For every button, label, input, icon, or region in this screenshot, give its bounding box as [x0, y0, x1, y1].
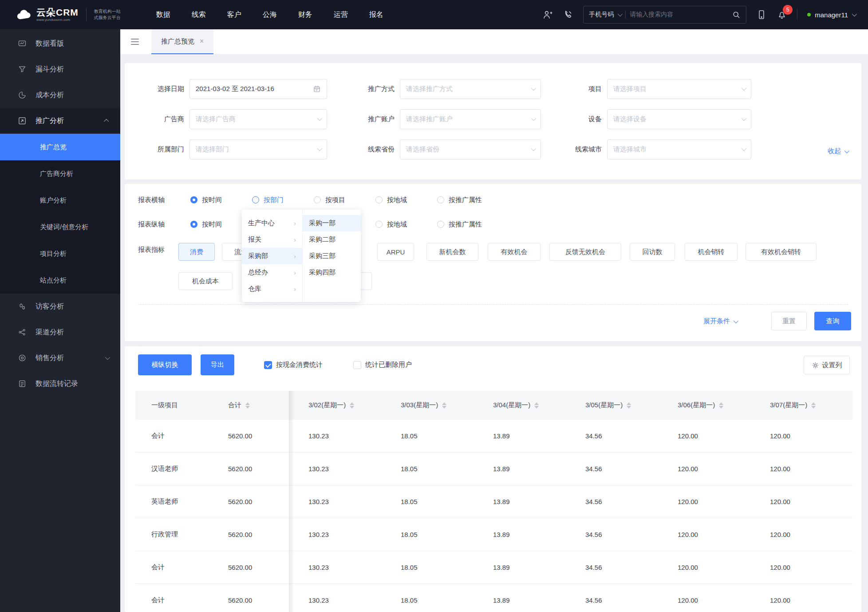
phone-call-icon[interactable] — [563, 9, 573, 20]
radio-icon[interactable] — [375, 221, 383, 228]
radio-icon[interactable] — [190, 221, 197, 228]
promo-account-select[interactable]: 请选择推广账户 — [400, 109, 541, 129]
menu-item-purchasing-3[interactable]: 采购三部 — [303, 248, 361, 264]
menu-item-purchasing-dept[interactable]: 采购部› — [242, 248, 302, 264]
metric-chip-valid-opportunities[interactable]: 有效机会 — [488, 243, 541, 261]
device-select[interactable]: 请选择设备 — [607, 109, 751, 129]
sidebar-item-channel-analysis[interactable]: 渠道分析 — [0, 319, 120, 345]
menu-item-data[interactable]: 数据 — [156, 10, 170, 20]
metric-chip-invalid-feedback[interactable]: 反馈无效机会 — [549, 243, 621, 261]
metric-chip-new-opportunities[interactable]: 新机会数 — [426, 243, 478, 261]
sidebar-item-keyword-analysis[interactable]: 关键词/创意分析 — [0, 214, 120, 240]
metric-chip-arpu[interactable]: ARPU — [377, 243, 414, 261]
search-category-caret-icon[interactable] — [618, 12, 623, 16]
h-axis-by-time[interactable]: 按时间 — [190, 196, 252, 204]
menu-item-customers[interactable]: 客户 — [227, 10, 241, 20]
close-tab-icon[interactable]: × — [200, 37, 204, 45]
sidebar-item-cost-analysis[interactable]: 成本分析 — [0, 82, 120, 108]
lead-city-select[interactable]: 请选择城市 — [607, 139, 751, 159]
column-header-date-6[interactable]: 3/07(星期一) — [750, 401, 852, 409]
global-search[interactable]: 手机号码 请输入搜索内容 — [583, 6, 746, 24]
v-axis-by-promo-attr[interactable]: 按推广属性 — [437, 220, 499, 229]
sidebar-group-sales-analysis[interactable]: 销售分析 — [0, 345, 120, 371]
column-header-date-2[interactable]: 3/03(星期一) — [381, 401, 473, 409]
sidebar-item-promotion-overview[interactable]: 推广总览 — [0, 134, 120, 160]
checkbox-unchecked-icon[interactable] — [353, 361, 361, 369]
menu-item-signup[interactable]: 报名 — [369, 10, 383, 20]
column-settings-button[interactable]: 设置列 — [804, 356, 850, 374]
menu-item-purchasing-4[interactable]: 采购四部 — [303, 264, 361, 281]
sidebar-item-account-analysis[interactable]: 账户分析 — [0, 187, 120, 214]
menu-item-leads[interactable]: 线索 — [192, 10, 206, 20]
menu-item-general-office[interactable]: 总经办› — [242, 264, 302, 281]
h-axis-by-region[interactable]: 按地域 — [375, 196, 437, 204]
notifications-bell[interactable]: 5 — [777, 9, 787, 20]
collapse-sidebar-icon[interactable] — [131, 39, 139, 45]
column-header-date-3[interactable]: 3/04(星期一) — [473, 401, 566, 409]
tab-promotion-overview[interactable]: 推广总预览 × — [151, 29, 213, 54]
collapse-filters-link[interactable]: 收起 — [828, 147, 848, 155]
metric-chip-valid-opportunity-conversion[interactable]: 有效机会销转 — [746, 243, 817, 261]
metric-chip-consume[interactable]: 消费 — [178, 243, 215, 261]
search-input[interactable]: 请输入搜索内容 — [630, 11, 728, 19]
export-button[interactable]: 导出 — [201, 354, 234, 375]
date-range-picker[interactable]: 2021-03-02 至 2021-03-16 — [189, 79, 327, 99]
radio-icon[interactable] — [314, 196, 321, 203]
sidebar-item-site-analysis[interactable]: 站点分析 — [0, 267, 120, 294]
collapse-group-icon[interactable] — [104, 119, 109, 124]
sort-icon[interactable] — [350, 402, 354, 409]
metric-chip-opportunity-cost[interactable]: 机会成本 — [178, 272, 233, 290]
sidebar-item-funnel-analysis[interactable]: 漏斗分析 — [0, 56, 120, 82]
user-caret-icon[interactable] — [852, 12, 857, 16]
advertiser-select[interactable]: 请选择广告商 — [189, 109, 327, 129]
expand-group-icon[interactable] — [105, 355, 110, 360]
column-header-total[interactable]: 合计 — [217, 401, 289, 409]
pivot-switch-button[interactable]: 横纵切换 — [138, 354, 192, 375]
lead-province-select[interactable]: 请选择省份 — [400, 139, 541, 159]
h-axis-by-promo-attr[interactable]: 按推广属性 — [437, 196, 499, 204]
sort-icon[interactable] — [534, 402, 539, 409]
cash-consumption-checkbox[interactable]: 按现金消费统计 — [264, 361, 323, 369]
menu-item-customs[interactable]: 报关› — [242, 231, 302, 248]
sidebar-group-promotion-analysis[interactable]: 推广分析 — [0, 108, 120, 134]
sidebar-item-visitor-analysis[interactable]: 访客分析 — [0, 294, 120, 319]
add-person-icon[interactable] — [542, 9, 553, 20]
v-axis-by-region[interactable]: 按地域 — [375, 220, 437, 229]
search-category-select[interactable]: 手机号码 — [589, 11, 614, 19]
column-header-date-1[interactable]: 3/02(星期一) — [289, 401, 381, 409]
search-icon[interactable] — [732, 10, 741, 19]
sidebar-item-advertiser-analysis[interactable]: 广告商分析 — [0, 160, 120, 187]
menu-item-pool[interactable]: 公海 — [263, 10, 277, 20]
expand-conditions-link[interactable]: 展开条件 — [703, 317, 737, 326]
radio-icon[interactable] — [437, 196, 444, 203]
sort-icon[interactable] — [719, 402, 723, 409]
sort-icon[interactable] — [627, 402, 631, 409]
query-button[interactable]: 查询 — [814, 312, 851, 330]
menu-item-warehouse[interactable]: 仓库› — [242, 281, 302, 297]
sidebar-item-dashboard[interactable]: 数据看版 — [0, 31, 120, 56]
metric-chip-revisits[interactable]: 回访数 — [630, 243, 675, 261]
radio-icon[interactable] — [437, 221, 444, 228]
column-header-date-4[interactable]: 3/05(星期一) — [566, 401, 658, 409]
menu-item-purchasing-1[interactable]: 采购一部 — [303, 215, 361, 231]
mobile-app-icon[interactable] — [756, 9, 767, 20]
sidebar-item-project-analysis[interactable]: 项目分析 — [0, 240, 120, 267]
h-axis-by-project[interactable]: 按项目 — [314, 196, 375, 204]
project-select[interactable]: 请选择项目 — [607, 79, 751, 99]
metric-chip-opportunity-conversion[interactable]: 机会销转 — [685, 243, 738, 261]
h-axis-by-department[interactable]: 按部门 — [252, 196, 314, 204]
menu-item-operation[interactable]: 运营 — [334, 10, 348, 20]
column-header-date-5[interactable]: 3/06(星期一) — [658, 401, 750, 409]
sort-icon[interactable] — [442, 402, 446, 409]
menu-item-finance[interactable]: 财务 — [298, 10, 312, 20]
user-menu[interactable]: manager11 — [807, 11, 856, 19]
radio-icon[interactable] — [375, 196, 383, 203]
sort-icon[interactable] — [811, 402, 816, 409]
menu-item-production-center[interactable]: 生产中心› — [242, 215, 302, 231]
department-select[interactable]: 请选择部门 — [189, 139, 327, 159]
promo-method-select[interactable]: 请选择推广方式 — [400, 79, 541, 99]
sidebar-item-data-flow-records[interactable]: 数据流转记录 — [0, 371, 120, 397]
checkbox-checked-icon[interactable] — [264, 361, 272, 369]
radio-icon[interactable] — [252, 196, 259, 203]
reset-button[interactable]: 重置 — [771, 312, 807, 330]
